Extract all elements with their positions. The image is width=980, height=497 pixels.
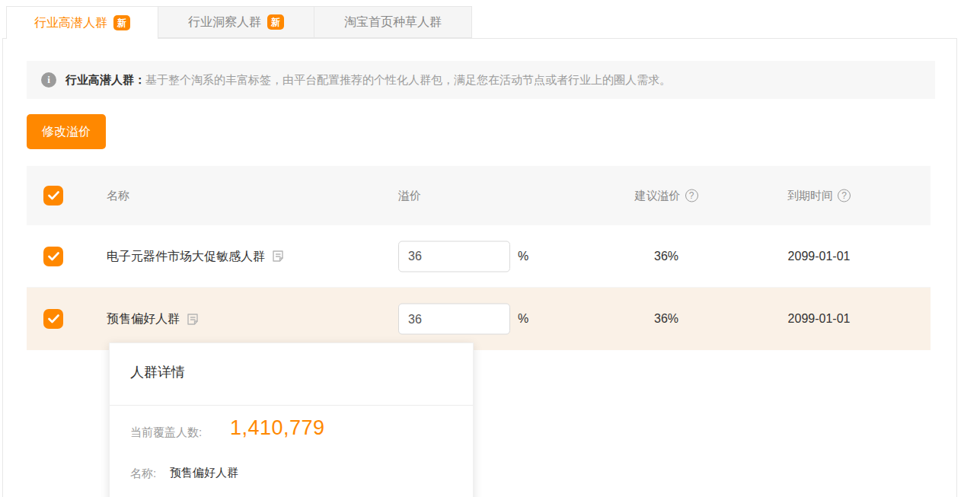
coverage-count: 1,410,779 — [230, 416, 325, 440]
audience-name: 预售偏好人群 — [107, 311, 180, 327]
help-icon[interactable]: ? — [838, 190, 851, 202]
coverage-label: 当前覆盖人数: — [130, 425, 202, 440]
new-badge: 新 — [113, 15, 130, 30]
premium-input[interactable] — [398, 241, 510, 272]
row-checkbox[interactable] — [43, 247, 63, 266]
help-icon[interactable]: ? — [685, 190, 698, 202]
audience-premium-page: 行业高潜人群 新 行业洞察人群 新 淘宝首页种草人群 i 行业高潜人群： 基于整… — [0, 0, 980, 497]
check-icon — [48, 314, 59, 323]
divider — [110, 405, 473, 406]
row-checkbox[interactable] — [43, 309, 63, 329]
column-header-suggested-premium: 建议溢价 ? — [617, 189, 716, 203]
modify-premium-button[interactable]: 修改溢价 — [27, 114, 106, 149]
table-header: 名称 溢价 建议溢价 ? 到期时间 ? — [27, 166, 931, 225]
detail-doc-icon[interactable] — [271, 250, 285, 263]
expiry-date: 2099-01-01 — [752, 312, 886, 326]
banner-description: 基于整个淘系的丰富标签，由平台配置推荐的个性化人群包，满足您在活动节点或者行业上… — [145, 73, 671, 88]
column-header-name: 名称 — [107, 189, 129, 203]
tab-industry-insight[interactable]: 行业洞察人群 新 — [158, 6, 314, 38]
banner-title: 行业高潜人群： — [65, 73, 145, 88]
premium-input[interactable] — [398, 304, 510, 335]
select-all-checkbox[interactable] — [43, 186, 63, 205]
new-badge: 新 — [267, 14, 284, 30]
tab-label: 淘宝首页种草人群 — [344, 14, 442, 30]
tab-industry-high-potential[interactable]: 行业高潜人群 新 — [6, 6, 158, 39]
audience-name: 电子元器件市场大促敏感人群 — [107, 248, 265, 264]
table-row: 电子元器件市场大促敏感人群 % 36% 2099-01-01 — [27, 225, 931, 288]
detail-doc-icon[interactable] — [186, 312, 200, 326]
tab-taobao-homepage-seeding[interactable]: 淘宝首页种草人群 — [314, 6, 472, 38]
popup-name-label: 名称: — [130, 467, 156, 481]
column-header-premium: 溢价 — [398, 189, 421, 203]
suggested-premium-value: 36% — [617, 312, 716, 326]
check-icon — [48, 252, 59, 261]
table-row: 预售偏好人群 % 36% 2099-01-01 — [27, 288, 931, 350]
tab-label: 行业高潜人群 — [34, 15, 107, 31]
tab-label: 行业洞察人群 — [188, 14, 261, 30]
percent-sign: % — [518, 250, 528, 263]
popup-title: 人群详情 — [130, 363, 185, 381]
percent-sign: % — [518, 312, 528, 326]
expiry-date: 2099-01-01 — [752, 250, 886, 263]
popup-name-value: 预售偏好人群 — [170, 466, 238, 480]
column-header-expiry: 到期时间 ? — [752, 189, 886, 203]
suggested-premium-value: 36% — [617, 250, 716, 263]
audience-detail-popup: 人群详情 当前覆盖人数: 1,410,779 名称: 预售偏好人群 — [109, 342, 474, 497]
info-banner: i 行业高潜人群： 基于整个淘系的丰富标签，由平台配置推荐的个性化人群包，满足您… — [27, 61, 935, 99]
check-icon — [48, 191, 59, 200]
tab-bar: 行业高潜人群 新 行业洞察人群 新 淘宝首页种草人群 — [6, 6, 472, 39]
info-icon: i — [41, 72, 56, 88]
